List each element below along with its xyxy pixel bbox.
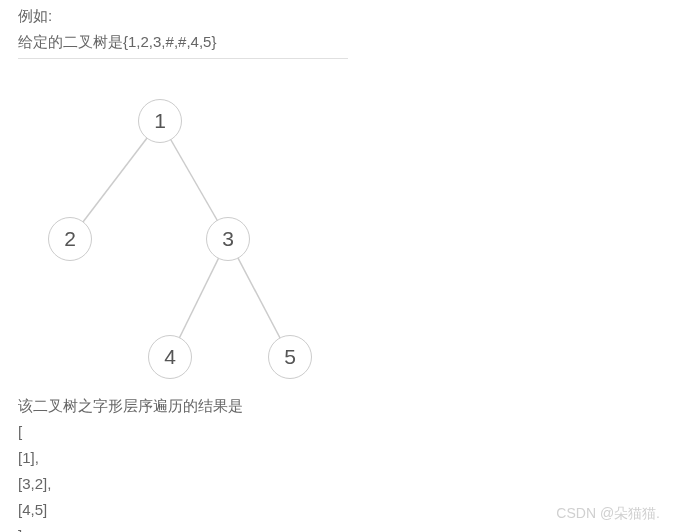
tree-node-3: 3 [206,217,250,261]
tree-node-5: 5 [268,335,312,379]
output-line-0: [ [18,420,656,444]
tree-node-4: 4 [148,335,192,379]
tree-node-2: 2 [48,217,92,261]
output-line-1: [1], [18,446,656,470]
tree-node-1: 1 [138,99,182,143]
given-tree-text: 给定的二叉树是{1,2,3,#,#,4,5} [18,30,656,54]
tree-diagram: 1 2 3 4 5 [18,58,348,388]
output-line-4: ] [18,524,656,532]
watermark-text: CSDN @朵猫猫. [556,502,660,524]
output-desc: 该二叉树之字形层序遍历的结果是 [18,394,656,418]
output-line-2: [3,2], [18,472,656,496]
example-label: 例如: [18,4,656,28]
